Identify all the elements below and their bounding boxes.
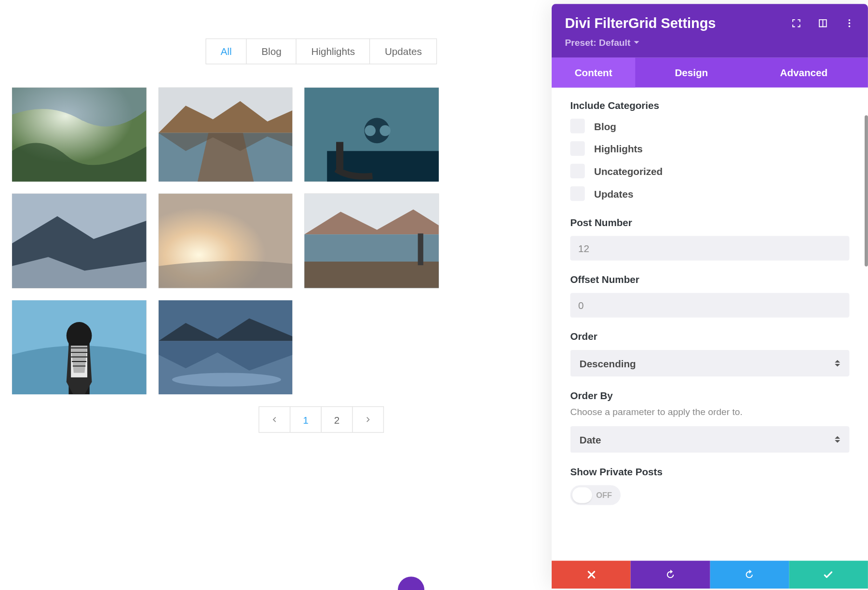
toggle-show-private[interactable]: OFF — [570, 485, 621, 505]
image-grid — [0, 64, 451, 394]
expand-icon[interactable] — [791, 18, 801, 28]
caret-icon — [835, 357, 840, 369]
filter-all[interactable]: All — [205, 39, 247, 65]
select-order[interactable]: Descending — [570, 350, 850, 376]
checkbox-icon — [570, 119, 585, 133]
select-value: Descending — [580, 358, 636, 369]
input-offset-number[interactable] — [570, 293, 850, 318]
filter-blog[interactable]: Blog — [246, 39, 297, 65]
tab-design[interactable]: Design — [635, 58, 747, 88]
panel-tabs: Content Design Advanced — [552, 58, 868, 88]
filter-highlights[interactable]: Highlights — [296, 39, 370, 65]
svg-point-6 — [365, 125, 376, 136]
input-post-number[interactable] — [570, 236, 850, 261]
svg-point-27 — [849, 19, 851, 21]
grid-image[interactable] — [158, 194, 293, 288]
label-include-categories: Include Categories — [570, 99, 850, 110]
select-order-by[interactable]: Date — [570, 426, 850, 453]
desc-order-by: Choose a parameter to apply the order to… — [570, 406, 850, 417]
grid-image[interactable] — [12, 88, 147, 182]
toggle-knob — [572, 487, 592, 503]
svg-point-26 — [172, 373, 281, 386]
dock-icon[interactable] — [817, 18, 828, 28]
panel-title: Divi FilterGrid Settings — [565, 15, 716, 31]
panel-body[interactable]: Include Categories Blog Highlights Uncat… — [552, 88, 868, 561]
panel-header: Divi FilterGrid Settings Preset: Default — [552, 4, 868, 57]
preset-dropdown[interactable]: Preset: Default — [565, 37, 639, 48]
close-button[interactable] — [552, 561, 631, 589]
label-order-by: Order By — [570, 390, 850, 401]
grid-image[interactable] — [158, 88, 293, 182]
menu-icon[interactable] — [844, 18, 854, 28]
checkbox-label: Highlights — [594, 143, 643, 154]
settings-panel: Divi FilterGrid Settings Preset: Default… — [552, 4, 868, 589]
svg-point-29 — [849, 26, 851, 27]
checkbox-updates[interactable]: Updates — [570, 186, 850, 201]
panel-footer — [552, 561, 868, 589]
svg-rect-14 — [418, 234, 423, 266]
svg-rect-8 — [336, 142, 343, 169]
undo-button[interactable] — [631, 561, 710, 589]
svg-rect-4 — [327, 151, 439, 182]
save-button[interactable] — [789, 561, 868, 589]
svg-rect-13 — [305, 262, 439, 288]
caret-icon — [835, 433, 840, 445]
grid-image[interactable] — [12, 300, 147, 395]
filter-updates[interactable]: Updates — [369, 39, 437, 65]
checkbox-label: Blog — [594, 121, 616, 132]
page-2[interactable]: 2 — [321, 406, 353, 433]
checkbox-highlights[interactable]: Highlights — [570, 141, 850, 156]
fab-button[interactable] — [398, 577, 424, 590]
tab-content[interactable]: Content — [552, 58, 635, 88]
select-value: Date — [580, 434, 601, 445]
checkbox-uncategorized[interactable]: Uncategorized — [570, 164, 850, 178]
toggle-label: OFF — [596, 491, 619, 500]
label-post-number: Post Number — [570, 217, 850, 228]
grid-image[interactable] — [158, 300, 293, 395]
page-prev[interactable] — [258, 406, 290, 433]
tab-advanced[interactable]: Advanced — [747, 58, 868, 88]
checkbox-blog[interactable]: Blog — [570, 119, 850, 133]
label-show-private: Show Private Posts — [570, 466, 850, 477]
checkbox-icon — [570, 141, 585, 156]
checkbox-icon — [570, 164, 585, 178]
grid-image[interactable] — [305, 194, 439, 288]
redo-button[interactable] — [710, 561, 789, 589]
label-offset-number: Offset Number — [570, 274, 850, 285]
svg-point-28 — [849, 22, 851, 24]
grid-image[interactable] — [12, 194, 147, 288]
label-order: Order — [570, 331, 850, 342]
checkbox-label: Updates — [594, 188, 633, 199]
grid-image[interactable] — [305, 88, 439, 182]
checkbox-icon — [570, 186, 585, 201]
page-1[interactable]: 1 — [290, 406, 322, 433]
page-next[interactable] — [352, 406, 384, 433]
checkbox-label: Uncategorized — [594, 165, 663, 176]
svg-point-7 — [380, 125, 391, 136]
